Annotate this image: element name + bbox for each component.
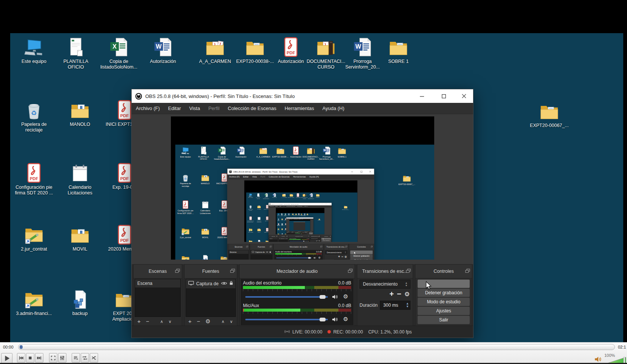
- equalizer-button[interactable]: [58, 353, 66, 362]
- transition-select[interactable]: Desvanecimiento ▲▼: [360, 280, 410, 289]
- playhead[interactable]: [20, 345, 23, 349]
- desktop-icon-label: Configuración pie firma SDT 2020 ...: [14, 185, 54, 196]
- previous-button[interactable]: [17, 353, 25, 362]
- cpu-usage: CPU: 1.2%, 30.00 fps: [368, 329, 412, 335]
- volume-slider[interactable]: [603, 357, 626, 364]
- svg-text:PDF: PDF: [30, 176, 38, 181]
- play-button[interactable]: [1, 353, 12, 363]
- desktop-icon[interactable]: 2.jur_contrat: [14, 225, 54, 252]
- obs-preview-canvas[interactable]: Este equipo PLANTILLA OFICIOX Copia de l…: [171, 116, 434, 260]
- close-button[interactable]: [458, 92, 470, 100]
- menu-ayuda-h[interactable]: Ayuda (H): [318, 103, 349, 114]
- add-scene-button[interactable]: +: [137, 318, 141, 325]
- move-source-up-button[interactable]: ∧: [221, 318, 224, 325]
- desktop-icon[interactable]: Calendario Licitaciones: [60, 163, 100, 196]
- remove-scene-button[interactable]: −: [146, 318, 149, 325]
- source-list: Captura de p: [186, 279, 236, 317]
- svg-text:W: W: [324, 149, 326, 152]
- folder-files-icon: [244, 37, 266, 58]
- ajustes-button[interactable]: Ajustes: [418, 307, 470, 315]
- menu-archivo-f[interactable]: Archivo (F): [132, 103, 164, 114]
- next-button[interactable]: [35, 353, 43, 362]
- desktop-icon[interactable]: PDF Autorización: [271, 37, 310, 64]
- desktop-icon[interactable]: backup: [60, 289, 100, 317]
- desktop-icon[interactable]: EXPT20-00038-...: [235, 37, 275, 64]
- slider-handle[interactable]: [320, 295, 326, 299]
- spinbox-arrows-icon[interactable]: ▲▼: [406, 301, 409, 309]
- volume-slider[interactable]: ⚙: [245, 294, 349, 300]
- desktop-icon[interactable]: X Copia de listadoSoloNom...: [99, 37, 138, 70]
- desktop-icon-label: 3.admin-financi...: [14, 311, 54, 317]
- menu-perfil[interactable]: Perfil: [204, 103, 224, 114]
- backup-icon: [69, 289, 91, 310]
- dock-icon[interactable]: [406, 269, 411, 274]
- playlist-button[interactable]: [72, 353, 80, 362]
- desktop-icon[interactable]: MOVIL: [60, 225, 100, 252]
- gear-icon[interactable]: ⚙: [343, 293, 348, 300]
- stop-button[interactable]: [26, 353, 34, 362]
- transition-properties-button[interactable]: ⚙: [404, 291, 410, 298]
- svg-text:♻: ♻: [250, 206, 251, 208]
- menu-herramientas[interactable]: Herramientas: [280, 103, 318, 114]
- desktop-icon[interactable]: SOBRE 1: [379, 37, 418, 64]
- dock-icon[interactable]: [465, 269, 470, 274]
- slider-handle[interactable]: [320, 318, 326, 321]
- desktop-icon[interactable]: A_A_CARMEN: [195, 37, 235, 64]
- select-spinner-icon: ▲▼: [403, 281, 409, 288]
- menu-editar[interactable]: Editar: [164, 103, 185, 114]
- add-source-button[interactable]: +: [188, 318, 192, 325]
- word-icon: W: [352, 37, 373, 58]
- remove-source-button[interactable]: −: [197, 318, 200, 325]
- modo-de-estudio-button[interactable]: Modo de estudio: [418, 298, 470, 306]
- volume-speaker-icon[interactable]: [595, 356, 602, 364]
- move-scene-up-button[interactable]: ∧: [160, 318, 163, 325]
- fullscreen-button[interactable]: [49, 353, 57, 362]
- volume-slider[interactable]: ⚙: [245, 317, 349, 323]
- svg-text:♻: ♻: [184, 177, 187, 180]
- dock-icon[interactable]: [348, 269, 353, 274]
- desktop-icon[interactable]: MANOLO: [60, 100, 100, 127]
- obs-logo-icon: [135, 93, 142, 100]
- source-properties-button[interactable]: ⚙: [206, 318, 211, 325]
- repeat-button[interactable]: [81, 353, 89, 362]
- source-item[interactable]: Captura de p: [186, 279, 235, 288]
- folder-shortcut-icon: [23, 225, 45, 246]
- seek-bar[interactable]: [18, 344, 615, 350]
- desktop-icon[interactable]: DOCUMENTACI... CURSO: [306, 37, 346, 70]
- scene-item[interactable]: Escena: [135, 279, 180, 288]
- desktop-icon[interactable]: W Autorización: [143, 37, 183, 64]
- obs-titlebar[interactable]: OBS 25.0.8 (64-bit, windows) - Perfíl: S…: [132, 89, 473, 103]
- menu-colecci-n-de-escenas[interactable]: Colección de Escenas: [224, 103, 281, 114]
- mixer-db-value: 0.0 dB: [338, 280, 351, 286]
- mouse-cursor: [425, 281, 432, 290]
- display-capture-icon: [188, 281, 194, 287]
- remove-transition-button[interactable]: −: [397, 290, 401, 298]
- desktop-icon[interactable]: ♻ Papelera de reciclaje: [14, 100, 54, 133]
- move-scene-down-button[interactable]: ∨: [169, 318, 172, 325]
- salir-button[interactable]: Salir: [418, 316, 470, 324]
- svg-text:PDF: PDF: [120, 176, 129, 181]
- svg-text:PDF: PDF: [287, 50, 295, 55]
- shuffle-button[interactable]: [90, 353, 98, 362]
- desktop-icon[interactable]: 3.admin-financi...: [14, 289, 54, 317]
- speaker-icon[interactable]: [332, 317, 338, 324]
- desktop-icon[interactable]: PLANTILLA OFICIO: [56, 37, 95, 70]
- desktop-icon[interactable]: W Prorroga Servinform_20...: [343, 37, 382, 70]
- menu-vista[interactable]: Vista: [185, 103, 204, 114]
- add-transition-button[interactable]: +: [389, 290, 394, 298]
- move-source-down-button[interactable]: ∨: [230, 318, 233, 325]
- maximize-button[interactable]: [438, 92, 450, 100]
- lock-icon[interactable]: [229, 281, 233, 286]
- scenes-panel: Escenas Escena + − ∧ ∨: [133, 264, 182, 326]
- visibility-eye-icon[interactable]: [221, 281, 227, 286]
- duration-spinbox[interactable]: 300 ms ▲▼: [380, 301, 410, 310]
- speaker-icon[interactable]: [332, 294, 338, 301]
- desktop-icon[interactable]: Este equipo: [14, 37, 54, 64]
- dock-icon[interactable]: [230, 269, 235, 274]
- dock-icon[interactable]: [175, 269, 180, 274]
- minimize-button[interactable]: [416, 92, 428, 100]
- desktop-icon[interactable]: PDF Configuración pie firma SDT 2020 ...: [14, 163, 54, 196]
- gear-icon[interactable]: ⚙: [343, 316, 348, 323]
- folder-files-icon: [388, 37, 409, 58]
- desktop-icon[interactable]: EXPT20-00067_...: [530, 101, 569, 128]
